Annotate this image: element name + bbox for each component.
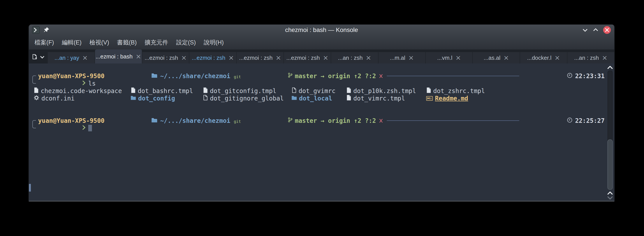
tab-ezmoi-zsh-4[interactable]: ...ezmoi : zsh × — [284, 52, 331, 64]
menubar: 檔案(F) 編輯(E) 檢視(V) 書籤(B) 擴充元件 設定(S) 說明(H) — [29, 36, 614, 50]
list-item: dot_p10k.zsh.tmpl — [346, 87, 416, 94]
tab-as-al[interactable]: ...as.al × — [473, 52, 520, 64]
tab-an-zsh-2[interactable]: ...an : zsh × — [568, 52, 614, 64]
tab-an-yay[interactable]: ...an : yay × — [48, 52, 95, 64]
menu-plugins[interactable]: 擴充元件 — [140, 36, 172, 48]
scroll-up-icon[interactable] — [606, 65, 614, 70]
file-icon — [131, 87, 136, 94]
file-outline-icon — [292, 87, 296, 94]
list-item: dconf.ini — [34, 94, 75, 102]
tab-close-icon[interactable]: × — [408, 54, 414, 61]
prompt-symbol-icon — [38, 117, 86, 139]
vcs-label: git — [234, 74, 241, 79]
scrollbar[interactable] — [606, 64, 614, 201]
konsole-app-icon — [32, 26, 40, 34]
tab-ezmoi-zsh-1[interactable]: ...ezmoi : zsh × — [142, 52, 190, 64]
ls-output-row: chezmoi.code-workspace dot_bashrc.tmpl d… — [34, 87, 604, 94]
menu-bookmarks[interactable]: 書籤(B) — [113, 36, 140, 48]
tab-close-icon[interactable]: × — [82, 54, 88, 61]
list-item: dot_gitignore_global — [203, 94, 284, 102]
clock-icon — [523, 110, 572, 132]
prompt-separator-line — [387, 76, 519, 76]
git-status: master → origin ↑2 ?:2 — [295, 72, 376, 80]
tab-close-icon[interactable]: × — [554, 54, 560, 61]
tab-close-icon[interactable]: × — [602, 54, 608, 61]
tab-close-icon[interactable]: × — [504, 54, 509, 61]
tab-label: ...an : yay — [54, 54, 79, 61]
tab-label: ...ezmoi : zsh — [192, 54, 225, 61]
prompt-line: yuan@Yuan-XPS-9500 ~/.../share/chezmoi g… — [38, 72, 604, 80]
scrollbar-thumb[interactable] — [608, 140, 613, 190]
menu-settings[interactable]: 設定(S) — [172, 36, 200, 48]
tab-close-icon[interactable]: × — [181, 54, 187, 61]
list-item: M↓ Readme.md — [426, 94, 468, 102]
tab-label: ...docker.l — [527, 54, 552, 61]
tab-m-al[interactable]: ...m.al × — [378, 52, 426, 64]
tab-close-icon[interactable]: × — [228, 54, 234, 61]
list-item: dot_local — [292, 94, 332, 102]
tab-ezmoi-bash[interactable]: ...ezmoi : bash × — [95, 50, 142, 64]
tab-close-icon[interactable]: × — [456, 54, 461, 61]
tab-vm-l[interactable]: ...vm.l × — [426, 52, 473, 64]
dirty-mark-icon — [379, 74, 383, 78]
command-text: ls — [88, 80, 96, 87]
scroll-up-button-icon[interactable] — [606, 190, 614, 195]
tab-label: ...as.al — [484, 54, 500, 61]
new-tab-button[interactable] — [31, 54, 38, 61]
folder-icon — [292, 95, 297, 102]
folder-icon — [131, 95, 136, 102]
titlebar[interactable]: chezmoi : bash — Konsole — [29, 24, 614, 36]
list-item: chezmoi.code-workspace — [34, 87, 122, 94]
konsole-window: chezmoi : bash — Konsole 檔案(F) 編輯(E) 檢視(… — [28, 24, 615, 202]
maximize-button[interactable] — [592, 27, 599, 33]
tab-label: ...an : zsh — [574, 54, 599, 61]
prompt-connector — [32, 120, 36, 128]
menu-edit[interactable]: 編輯(E) — [58, 36, 85, 48]
pin-icon[interactable] — [43, 27, 50, 33]
clock-icon — [523, 65, 572, 87]
prompt-path: ~/.../share/chezmoi — [160, 72, 230, 80]
profile-dropdown-button[interactable] — [40, 54, 45, 61]
tab-close-icon[interactable]: × — [276, 54, 281, 61]
close-button[interactable] — [603, 26, 611, 34]
terminal-view[interactable]: yuan@Yuan-XPS-9500 ~/.../share/chezmoi g… — [29, 64, 614, 201]
tab-close-icon[interactable]: × — [136, 53, 141, 60]
dirty-mark-icon — [379, 118, 383, 123]
tabbar: ...an : yay × ...ezmoi : bash × ...ezmoi… — [29, 50, 614, 64]
prompt-block: yuan@Yuan-XPS-9500 ~/.../share/chezmoi g… — [32, 72, 604, 87]
tab-close-icon[interactable]: × — [366, 54, 371, 61]
menu-view[interactable]: 檢視(V) — [85, 36, 113, 48]
tab-docker-l[interactable]: ...docker.l × — [520, 52, 568, 64]
file-icon — [346, 87, 351, 94]
terminal-cursor — [88, 125, 92, 131]
git-status: master → origin ↑2 ?:2 — [295, 117, 376, 124]
ls-output-row: dconf.ini dot_config dot_gitignore_globa… — [34, 94, 604, 102]
tab-an-zsh-1[interactable]: ...an : zsh × — [331, 52, 378, 64]
git-branch-icon — [244, 110, 293, 132]
tab-close-icon[interactable]: × — [323, 54, 328, 61]
readme-link[interactable]: Readme.md — [435, 95, 468, 102]
menu-help[interactable]: 說明(H) — [200, 36, 228, 48]
prompt-connector — [32, 76, 36, 84]
menu-file[interactable]: 檔案(F) — [31, 36, 58, 48]
git-branch-icon — [244, 65, 293, 87]
tab-label: ...ezmoi : zsh — [239, 54, 272, 61]
markdown-icon: M↓ — [426, 96, 433, 101]
window-title: chezmoi : bash — Konsole — [29, 26, 614, 34]
tab-label: ...an : zsh — [338, 54, 363, 61]
prompt-block: yuan@Yuan-XPS-9500 ~/.../share/chezmoi g… — [32, 117, 604, 132]
file-icon — [34, 87, 38, 94]
tab-ezmoi-zsh-3[interactable]: ...ezmoi : zsh × — [237, 52, 284, 64]
scroll-position-marker — [29, 184, 31, 192]
file-icon — [426, 87, 431, 94]
tab-label: ...m.al — [390, 54, 406, 61]
minimize-button[interactable] — [582, 27, 588, 33]
command-timestamp: 22:23:31 — [575, 72, 604, 80]
list-item: dot_bashrc.tmpl — [131, 87, 193, 94]
folder-icon — [107, 110, 157, 132]
tab-ezmoi-zsh-2[interactable]: ...ezmoi : zsh × — [189, 52, 237, 64]
list-item: dot_gvimrc — [292, 87, 336, 94]
gear-icon — [34, 95, 39, 102]
scroll-down-button-icon[interactable] — [606, 196, 614, 200]
command-timestamp: 22:25:27 — [575, 117, 604, 124]
